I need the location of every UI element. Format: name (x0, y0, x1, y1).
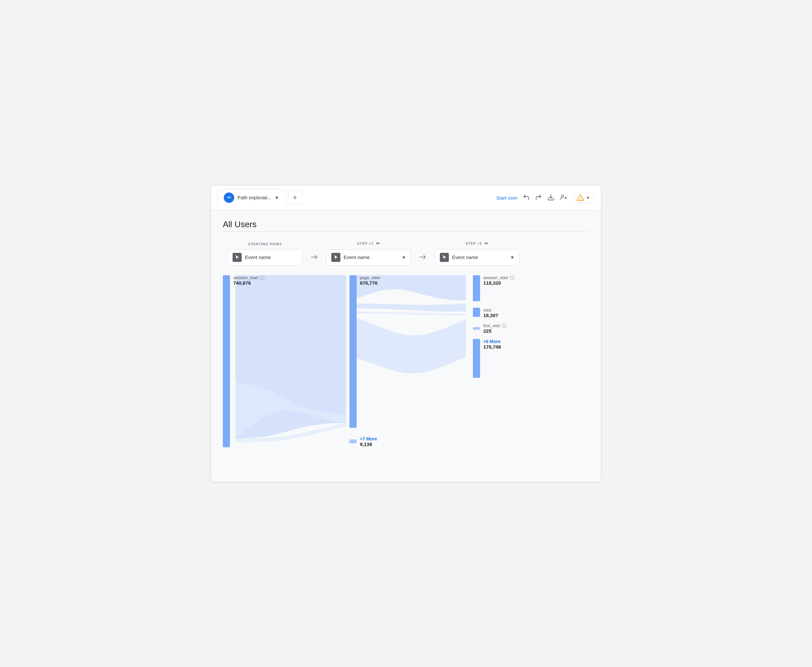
col3-node-count-session: 118,320 (483, 280, 514, 285)
cursor-icon (233, 253, 242, 262)
main-content: All Users STARTING POINT Event name (211, 210, 601, 482)
col3-bar-click (473, 308, 480, 317)
svg-text:!: ! (580, 197, 581, 200)
col1-node-name: session_start (233, 275, 258, 280)
step-1-dropdown[interactable]: Event name ▼ (326, 249, 411, 265)
col2-node-count: 676,776 (360, 280, 380, 285)
tab-edit-icon: ✏ (224, 192, 234, 203)
col3-text-more: +6 More 170,748 (483, 339, 501, 350)
step-1: STEP +1 ✏ Event name ▼ (321, 241, 416, 265)
col2-more-label[interactable]: +7 More (360, 436, 377, 441)
redo-button[interactable] (535, 194, 542, 202)
col1-nodes: session_start i 740,676 (223, 275, 265, 447)
col2-bar-more (349, 440, 357, 443)
col3-more-label[interactable]: +6 More (483, 339, 501, 344)
steps-row: STARTING POINT Event name STEP +1 ✏ (223, 241, 589, 265)
col3-info-icon[interactable]: i (510, 275, 514, 280)
col3-node-count-firstvisit: 225 (483, 328, 506, 334)
col3-bar-session (473, 275, 480, 301)
step-1-edit-icon[interactable]: ✏ (376, 241, 380, 246)
sankey-diagram: session_start i 740,676 page_view 676,77 (223, 275, 589, 470)
col3-node-name-session: session_start (483, 275, 508, 280)
title-divider (223, 231, 589, 232)
cursor-icon-2 (440, 253, 449, 262)
node-session-start-col1: session_start i 740,676 (223, 275, 265, 447)
col2-nodes: page_view 676,776 +7 More 9,138 (349, 275, 408, 447)
col3-text-click: click 18,307 (483, 308, 498, 318)
col3-nodes: session_start i 118,320 click 18,307 (473, 275, 541, 378)
node-click: click 18,307 (473, 308, 498, 318)
undo-button[interactable] (522, 194, 530, 202)
col2-more-count: 9,138 (360, 441, 377, 447)
warning-badge[interactable]: ! ▼ (572, 192, 594, 203)
col3-bar-more (473, 339, 480, 378)
tab-title: Path explorati... (238, 195, 271, 200)
col3-node-name-click: click (483, 308, 498, 313)
node-session-start-col3: session_start i 118,320 (473, 275, 514, 301)
warning-icon: ! (577, 194, 584, 201)
node-first-visit: first_visit i 225 (473, 323, 506, 334)
col1-bar (223, 275, 230, 447)
node-page-view: page_view 676,776 (349, 275, 380, 428)
add-tab-button[interactable]: + (288, 191, 302, 205)
toolbar: ✏ Path explorati... ▼ + Start over (211, 186, 601, 210)
step-starting-point-dropdown[interactable]: Event name (228, 249, 303, 265)
col3-firstvisit-info-icon[interactable]: i (501, 324, 506, 328)
col2-node-name: page_view (360, 275, 380, 280)
download-button[interactable] (547, 194, 554, 202)
step-2-label: STEP +2 ✏ (466, 241, 489, 246)
col1-info-icon[interactable]: i (260, 275, 265, 280)
col3-text-session: session_start i 118,320 (483, 275, 514, 286)
step-starting-point-value: Event name (245, 254, 271, 260)
step-starting-point: STARTING POINT Event name (223, 242, 307, 265)
col2-text-more: +7 More 9,138 (360, 436, 377, 447)
col3-text-firstvisit: first_visit i 225 (483, 323, 506, 334)
svg-point-1 (561, 195, 564, 197)
node-plus6more[interactable]: +6 More 170,748 (473, 339, 501, 378)
col3-bar-firstvisit (473, 327, 480, 330)
step-2-chevron-icon: ▼ (510, 255, 514, 260)
main-container: ✏ Path explorati... ▼ + Start over (211, 186, 601, 482)
arrow-1 (307, 253, 321, 265)
warning-chevron: ▼ (586, 196, 590, 200)
col2-text-pageview: page_view 676,776 (360, 275, 380, 285)
step-2-edit-icon[interactable]: ✏ (484, 241, 489, 246)
page-title: All Users (223, 219, 589, 229)
node-plus7more[interactable]: +7 More 9,138 (349, 436, 377, 447)
step-2: STEP +2 ✏ Event name ▼ (430, 241, 524, 265)
start-over-button[interactable]: Start over (496, 195, 517, 201)
step-starting-point-label: STARTING POINT (248, 242, 282, 246)
col2-bar-pageview (349, 275, 357, 428)
col3-node-name-firstvisit: first_visit (483, 323, 500, 328)
active-tab[interactable]: ✏ Path explorati... ▼ (218, 189, 285, 207)
col3-more-count: 170,748 (483, 344, 501, 350)
step-2-dropdown[interactable]: Event name ▼ (435, 249, 519, 265)
cursor-icon-1 (331, 253, 340, 262)
step-1-value: Event name (344, 254, 369, 260)
step-2-value: Event name (452, 254, 478, 260)
col3-node-count-click: 18,307 (483, 313, 498, 318)
arrow-2 (416, 253, 430, 265)
tab-chevron-icon: ▼ (275, 195, 279, 200)
step-1-label: STEP +1 ✏ (357, 241, 380, 246)
col1-node-count: 740,676 (233, 280, 265, 285)
col1-text: session_start i 740,676 (233, 275, 265, 286)
toolbar-right: Start over (496, 192, 594, 203)
add-user-button[interactable] (560, 194, 567, 202)
step-1-chevron-icon: ▼ (401, 255, 406, 260)
